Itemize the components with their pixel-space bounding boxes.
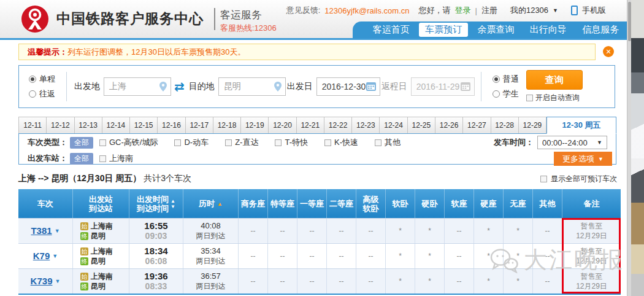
one-way-option[interactable]: 单程: [29, 74, 55, 85]
normal-option[interactable]: 普通: [493, 74, 519, 85]
seat-cell: *: [503, 269, 532, 294]
depart-time: 19:36: [144, 271, 167, 281]
auto-query-option[interactable]: 开启自动查询: [526, 93, 580, 103]
date-tab[interactable]: 12-27: [463, 117, 491, 134]
normal-radio[interactable]: [493, 76, 500, 83]
date-tab[interactable]: 12-13: [75, 117, 102, 134]
start-badge: 始: [80, 222, 88, 230]
date-tab[interactable]: 12-23: [352, 117, 380, 134]
train-type-option[interactable]: GC-高铁/城际: [99, 137, 158, 148]
nav-item-0[interactable]: 客运首页: [367, 23, 416, 37]
train-type-option[interactable]: Z-直达: [225, 137, 258, 148]
sort-asc-icon[interactable]: ▲: [217, 201, 223, 207]
train-link[interactable]: T381: [31, 226, 52, 236]
feedback-email-link[interactable]: 12306yjfk@rails.com.cn: [324, 6, 409, 15]
date-tab[interactable]: 12-24: [380, 117, 407, 134]
my-account-menu[interactable]: 我的12306: [510, 5, 548, 16]
round-trip-option[interactable]: 往返: [29, 88, 55, 99]
one-way-radio[interactable]: [29, 76, 36, 83]
separator: |: [475, 6, 477, 15]
date-tab[interactable]: 12-11: [18, 117, 47, 134]
scrollbar[interactable]: [627, 0, 631, 296]
round-trip-radio[interactable]: [29, 90, 36, 98]
expand-arrow-icon[interactable]: ▼: [55, 226, 60, 236]
station-option[interactable]: 上海南: [99, 153, 133, 164]
checkbox-icon[interactable]: [225, 139, 232, 146]
register-link[interactable]: 注册: [481, 5, 497, 16]
checkbox-icon[interactable]: [174, 139, 181, 146]
from-input[interactable]: 上海: [104, 77, 171, 96]
train-type-option[interactable]: D-动车: [174, 137, 209, 148]
date-tab[interactable]: 12-18: [213, 117, 241, 134]
checkbox-icon[interactable]: [275, 139, 282, 146]
date-tab[interactable]: 12-26: [435, 117, 463, 134]
date-tab[interactable]: 12-22: [324, 117, 352, 134]
show-all-option[interactable]: 显示全部可预订车次: [540, 174, 617, 184]
date-tab[interactable]: 12-20: [269, 117, 296, 134]
train-type-option[interactable]: T-特快: [275, 137, 308, 148]
expand-arrow-icon[interactable]: ▼: [52, 251, 58, 261]
nav-item-4[interactable]: 信息服务: [576, 23, 625, 37]
checkbox-icon[interactable]: [375, 139, 381, 146]
return-date-input[interactable]: 2016-11-29: [411, 77, 475, 96]
to-input[interactable]: 昆明: [218, 77, 286, 96]
date-tab[interactable]: 12-17: [186, 117, 213, 134]
nav-item-1[interactable]: 车票预订: [419, 23, 468, 37]
date-tab[interactable]: 12-15: [130, 117, 158, 134]
col-header: 软卧: [385, 189, 415, 218]
date-tab[interactable]: 12-16: [158, 117, 185, 134]
student-radio[interactable]: [493, 90, 500, 98]
seat-cell: *: [385, 219, 415, 243]
arrive-time: 06:08: [145, 256, 167, 266]
more-options-button[interactable]: 更多选项 ▼: [554, 152, 612, 166]
sort-desc-icon[interactable]: ▼: [171, 204, 175, 209]
auto-query-checkbox[interactable]: [526, 95, 533, 101]
location-pin-icon: [274, 82, 282, 92]
date-tab[interactable]: 12-28: [491, 117, 519, 134]
depart-time-select[interactable]: 00:00--24:00 ▼: [537, 136, 607, 149]
date-tab[interactable]: 12-19: [241, 117, 269, 134]
scrollbar-thumb[interactable]: [628, 2, 631, 41]
query-button[interactable]: 查询: [526, 70, 583, 90]
train-link[interactable]: K79: [33, 251, 50, 261]
depart-station-all-badge[interactable]: 全部: [70, 153, 93, 165]
mobile-version-link[interactable]: 手机版: [582, 5, 606, 16]
calendar-icon[interactable]: [366, 82, 376, 91]
option-label: 其他: [385, 137, 401, 148]
expand-arrow-icon[interactable]: ▼: [55, 276, 60, 286]
train-link[interactable]: K739: [31, 276, 53, 286]
checkbox-icon[interactable]: [99, 139, 106, 146]
col-header: 二等座: [326, 189, 356, 218]
show-all-checkbox[interactable]: [540, 176, 547, 182]
seat-cell: *: [415, 269, 444, 294]
sort-icons[interactable]: ▲▼: [171, 198, 175, 209]
date-tab-active[interactable]: 12-30 周五: [546, 117, 616, 134]
train-type-all-badge[interactable]: 全部: [70, 137, 93, 149]
date-tabs: 12-1112-1212-1312-1412-1512-1612-1712-18…: [18, 117, 616, 134]
student-option[interactable]: 学生: [493, 88, 519, 99]
nav-item-2[interactable]: 余票查询: [471, 23, 520, 37]
main-nav: 客运首页车票预订余票查询出行向导信息服务: [353, 21, 627, 38]
date-tab[interactable]: 12-14: [102, 117, 130, 134]
swap-icon[interactable]: ⇄: [174, 80, 185, 93]
login-link[interactable]: 登录: [455, 5, 471, 16]
close-icon[interactable]: ✕: [603, 46, 614, 57]
checkbox-icon[interactable]: [324, 139, 331, 146]
train-type-option[interactable]: 其他: [375, 137, 401, 148]
date-tab[interactable]: 12-12: [47, 117, 74, 134]
checkbox-icon[interactable]: [99, 155, 106, 162]
to-station: 昆明: [91, 281, 105, 291]
date-tab[interactable]: 12-25: [408, 117, 435, 134]
depart-date-input[interactable]: 2016-12-30: [316, 77, 380, 96]
date-tab[interactable]: 12-21: [297, 117, 324, 134]
passenger-type-group: 普通 学生: [493, 74, 519, 99]
train-type-option[interactable]: K-快速: [324, 137, 358, 148]
col-header: 商务座: [238, 189, 267, 218]
sort-asc-icon[interactable]: ▲: [171, 198, 175, 204]
chevron-down-icon[interactable]: ▼: [553, 7, 558, 14]
date-tab[interactable]: 12-29: [519, 117, 546, 134]
depart-station-label: 出发车站：: [28, 153, 67, 164]
train-cell: T381▼: [18, 219, 72, 243]
seat-cell: --: [326, 219, 356, 243]
nav-item-3[interactable]: 出行向导: [524, 23, 573, 37]
